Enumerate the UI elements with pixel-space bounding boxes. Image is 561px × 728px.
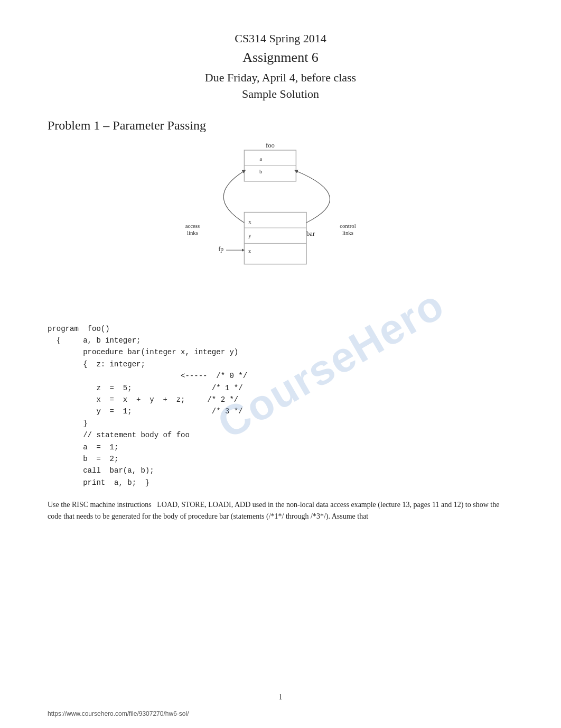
code-line-5: z = 5; /* 1 */ [48,382,513,394]
code-line-12: call bar(a, b); [48,465,513,476]
code-line-7: y = 1; /* 3 */ [48,406,513,417]
svg-text:control: control [340,223,356,229]
svg-text:b: b [259,168,262,174]
svg-text:z: z [248,247,251,254]
page: CourseHero CS314 Spring 2014 Assignment … [0,0,561,728]
code-line-13: print a, b; } [48,477,513,489]
code-line-6: x = x + y + z; /* 2 */ [48,394,513,406]
code-line-1: { a, b integer; [48,335,513,346]
description-content: Use the RISC machine instructions LOAD, … [48,501,499,520]
due-line1: Due Friday, April 4, before class [205,71,356,84]
code-line-10: a = 1; [48,441,513,453]
page-number: 1 [0,693,561,702]
svg-text:y: y [248,232,251,238]
footer-url: https://www.coursehero.com/file/9307270/… [48,710,189,717]
svg-text:foo: foo [266,143,275,149]
course-title: CS314 Spring 2014 [48,32,513,45]
svg-text:bar: bar [306,229,315,237]
svg-rect-5 [244,212,306,264]
problem-title: Problem 1 – Parameter Passing [48,118,513,133]
svg-text:x: x [248,218,251,225]
code-line-2: procedure bar(integer x, integer y) [48,346,513,358]
code-line-4: <----- /* 0 */ [48,370,513,382]
header: CS314 Spring 2014 Assignment 6 Due Frida… [48,32,513,103]
svg-text:links: links [187,229,198,235]
svg-text:a: a [259,155,262,161]
stack-diagram: foo a b bar x y z fp access lin [48,143,513,312]
svg-text:access: access [185,223,200,229]
diagram-area: foo a b bar x y z fp access lin [48,143,513,312]
code-line-3: { z: integer; [48,358,513,370]
code-line-9: // statement body of foo [48,429,513,441]
code-line-8: } [48,418,513,429]
due-line2: Sample Solution [242,87,319,100]
code-line-11: b = 2; [48,453,513,465]
description-text: Use the RISC machine instructions LOAD, … [48,499,513,523]
svg-text:links: links [342,229,353,235]
assignment-title: Assignment 6 [48,50,513,66]
due-date: Due Friday, April 4, before class Sample… [48,70,513,103]
svg-text:fp: fp [218,246,223,253]
code-section: program foo() { a, b integer; procedure … [48,323,513,489]
code-line-0: program foo() [48,323,513,335]
